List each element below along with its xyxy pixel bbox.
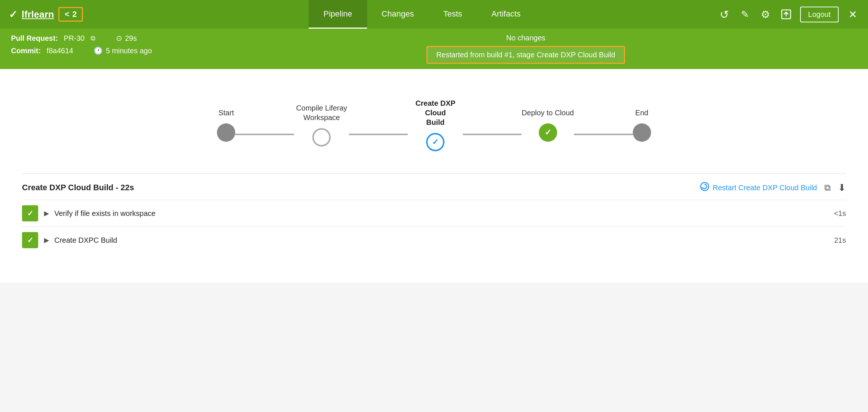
- step-2-duration: 21s: [834, 236, 846, 245]
- build-number-badge[interactable]: < 2: [58, 7, 83, 22]
- stage-section-header: Create DXP Cloud Build - 22s Restart Cre…: [22, 173, 846, 200]
- step-1-name: Verify if file exists in workspace: [54, 209, 827, 218]
- connector-4: [574, 134, 633, 135]
- step-row: ✓ ▶ Create DXPC Build 21s: [22, 227, 846, 253]
- settings-icon[interactable]: ⚙: [759, 8, 772, 21]
- success-checkmark-icon: ✓: [9, 8, 17, 21]
- stage-start-label: Start: [218, 108, 234, 118]
- stage-section-actions: Restart Create DXP Cloud Build ⧉ ⬇: [700, 181, 846, 194]
- tab-changes[interactable]: Changes: [367, 0, 429, 29]
- step-2-expand-icon[interactable]: ▶: [44, 236, 49, 244]
- pull-request-value: PR-30: [64, 34, 85, 43]
- pull-request-label: Pull Request:: [11, 34, 58, 43]
- header-actions: ↺ ✎ ⚙ Logout ✕: [718, 7, 859, 22]
- restart-stage-link[interactable]: Restart Create DXP Cloud Build: [700, 181, 817, 194]
- header: ✓ lfrlearn < 2 Pipeline Changes Tests Ar…: [0, 0, 868, 29]
- step-1-status: ✓: [22, 205, 38, 221]
- restart-notice: Restarted from build #1, stage Create DX…: [426, 46, 625, 64]
- step-2-status: ✓: [22, 232, 38, 248]
- stage-end-node[interactable]: [633, 123, 651, 142]
- export-icon[interactable]: [780, 8, 793, 21]
- pipeline-name[interactable]: lfrlearn: [22, 9, 54, 20]
- time-icon: 🕐: [94, 46, 103, 55]
- commit-label: Commit:: [11, 47, 41, 55]
- done-checkmark-icon: ✓: [545, 128, 551, 137]
- tab-pipeline[interactable]: Pipeline: [309, 0, 367, 29]
- nav-tabs: Pipeline Changes Tests Artifacts: [126, 0, 718, 29]
- duration-icon: ⊙: [116, 34, 122, 43]
- download-icon[interactable]: ⬇: [838, 182, 846, 194]
- time-meta: 🕐 5 minutes ago: [94, 46, 152, 55]
- sub-header: Pull Request: PR-30 ⧉ ⊙ 29s Commit: f8a4…: [0, 29, 868, 69]
- pull-request-row: Pull Request: PR-30 ⧉ ⊙ 29s: [11, 34, 195, 43]
- time-value: 5 minutes ago: [106, 47, 152, 55]
- step-2-name: Create DXPC Build: [54, 236, 827, 245]
- connector-3: [463, 134, 522, 135]
- active-checkmark-icon: ✓: [432, 137, 439, 147]
- sub-header-center: No changes Restarted from build #1, stag…: [195, 34, 857, 64]
- main-content: Start Compile Liferay Workspace Create D…: [0, 69, 868, 283]
- stage-compile-label: Compile Liferay Workspace: [294, 103, 349, 122]
- stage-start: Start: [217, 108, 235, 142]
- restart-stage-label: Restart Create DXP Cloud Build: [713, 184, 817, 192]
- stage-deploy: Deploy to Cloud ✓: [522, 108, 574, 142]
- commit-value: f8a4614: [47, 47, 73, 55]
- stage-create-dxp-node[interactable]: ✓: [426, 133, 444, 151]
- sub-header-info: Pull Request: PR-30 ⧉ ⊙ 29s Commit: f8a4…: [11, 34, 195, 55]
- duration-value: 29s: [125, 34, 137, 43]
- stage-create-dxp: Create DXP CloudBuild ✓: [408, 98, 463, 151]
- step-1-check-icon: ✓: [27, 209, 33, 218]
- stage-compile-node[interactable]: [312, 128, 331, 147]
- close-icon[interactable]: ✕: [846, 8, 859, 21]
- stage-create-dxp-label: Create DXP CloudBuild: [408, 98, 463, 127]
- build-number-prefix: <: [65, 10, 69, 19]
- external-link-icon[interactable]: ⧉: [91, 35, 95, 42]
- commit-row: Commit: f8a4614 🕐 5 minutes ago: [11, 46, 195, 55]
- external-link-action-icon[interactable]: ⧉: [824, 182, 831, 193]
- stage-start-node[interactable]: [217, 123, 235, 142]
- duration-meta: ⊙ 29s: [116, 34, 137, 43]
- stage-section: Create DXP Cloud Build - 22s Restart Cre…: [0, 173, 868, 268]
- restart-stage-icon: [700, 181, 710, 194]
- stage-end: End: [633, 108, 651, 142]
- step-1-expand-icon[interactable]: ▶: [44, 209, 49, 217]
- tab-tests[interactable]: Tests: [429, 0, 477, 29]
- logout-button[interactable]: Logout: [800, 7, 839, 22]
- build-number: 2: [72, 10, 77, 19]
- reload-icon[interactable]: ↺: [718, 8, 731, 21]
- stage-section-title: Create DXP Cloud Build - 22s: [22, 183, 134, 192]
- connector-1: [235, 134, 294, 135]
- tab-artifacts[interactable]: Artifacts: [477, 0, 535, 29]
- step-1-duration: <1s: [834, 209, 846, 218]
- step-2-check-icon: ✓: [27, 236, 33, 245]
- step-row: ✓ ▶ Verify if file exists in workspace <…: [22, 200, 846, 227]
- stage-end-label: End: [635, 108, 649, 118]
- edit-icon[interactable]: ✎: [738, 8, 752, 21]
- no-changes-label: No changes: [506, 34, 545, 42]
- svg-point-2: [701, 182, 709, 191]
- connector-2: [349, 134, 408, 135]
- pipeline-stages: Start Compile Liferay Workspace Create D…: [0, 84, 868, 173]
- stage-compile: Compile Liferay Workspace: [294, 103, 349, 147]
- stage-deploy-node[interactable]: ✓: [539, 123, 557, 142]
- stage-deploy-label: Deploy to Cloud: [522, 108, 574, 118]
- header-left: ✓ lfrlearn < 2: [9, 7, 126, 22]
